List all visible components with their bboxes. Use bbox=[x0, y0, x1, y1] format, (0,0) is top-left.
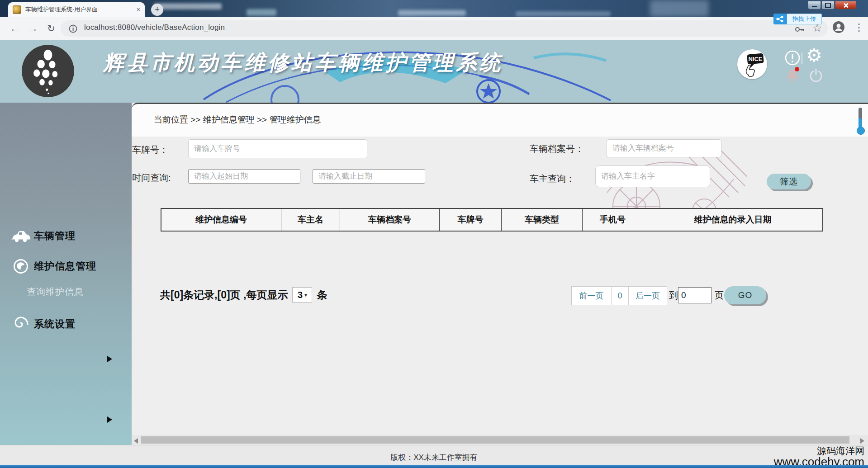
svg-text:NICE: NICE bbox=[748, 56, 762, 62]
tab-close-icon[interactable]: × bbox=[137, 6, 140, 13]
forward-icon[interactable]: → bbox=[26, 22, 40, 35]
column-header: 车辆档案号 bbox=[340, 209, 440, 231]
sidebar-item-maintenance-info[interactable]: 维护信息管理 bbox=[0, 256, 132, 277]
browser-tab[interactable]: 车辆维护管理系统-用户界面 × bbox=[8, 2, 145, 17]
reload-icon[interactable]: ↻ bbox=[44, 22, 58, 35]
screen: 车辆维护管理系统-用户界面 × + ← → ↻ localhost:8080/v… bbox=[0, 0, 868, 468]
plate-number-label: 车牌号： bbox=[132, 144, 168, 156]
vertical-scroll-indicator-ball[interactable] bbox=[857, 127, 865, 135]
scroll-right-icon[interactable] bbox=[860, 438, 864, 444]
globe-icon bbox=[11, 258, 30, 274]
background-window-blur bbox=[154, 3, 222, 9]
sidebar-item-vehicle-management[interactable]: 车辆管理 bbox=[0, 226, 132, 246]
table-header-row: 维护信息编号 车主名 车辆档案号 车牌号 车辆类型 手机号 维护信息的录入日期 bbox=[161, 208, 823, 232]
sidebar-item-label: 维护信息管理 bbox=[34, 260, 96, 273]
app-title: 辉县市机动车维修站车辆维护管理系统 bbox=[103, 49, 503, 77]
archive-number-input[interactable] bbox=[607, 139, 721, 157]
goto-label: 到 bbox=[669, 289, 678, 302]
end-date-input[interactable] bbox=[313, 169, 425, 184]
filter-button[interactable]: 筛选 bbox=[767, 174, 811, 189]
app-header: 辉县市机动车维修站车辆维护管理系统 NICE ⚙ bbox=[0, 40, 868, 103]
owner-query-label: 车主查询： bbox=[530, 173, 575, 185]
power-icon[interactable] bbox=[808, 67, 824, 85]
chevron-down-icon: ▾ bbox=[304, 292, 307, 298]
column-header: 车辆类型 bbox=[502, 209, 583, 231]
background-window-blur bbox=[516, 11, 611, 16]
record-summary: 共[0]条记录,[0]页 ,每页显示 3 ▾ 条 bbox=[160, 287, 327, 303]
chevron-right-icon bbox=[107, 416, 112, 423]
chevron-right-icon bbox=[107, 356, 112, 362]
summary-prefix: 共[0]条记录,[0]页 ,每页显示 bbox=[160, 288, 288, 302]
tab-title: 车辆维护管理系统-用户界面 bbox=[25, 5, 133, 14]
watermark-line1: 源码海洋网 bbox=[774, 446, 864, 456]
copyright-text: 版权：XX未来工作室拥有 bbox=[0, 452, 868, 463]
next-page-link[interactable]: 后一页 bbox=[629, 287, 667, 305]
breadcrumb: 当前位置 >> 维护信息管理 >> 管理维护信息 bbox=[154, 114, 321, 126]
sidebar-subitem-query-maintenance[interactable]: 查询维护信息 bbox=[27, 286, 84, 298]
back-icon[interactable]: ← bbox=[8, 22, 22, 35]
background-window-blur bbox=[398, 10, 466, 16]
horizontal-scrollbar-thumb[interactable] bbox=[141, 436, 849, 444]
netdisk-share-icon bbox=[773, 14, 787, 24]
column-header: 车主名 bbox=[281, 209, 340, 231]
taskbar-sliver bbox=[0, 465, 868, 468]
column-header: 手机号 bbox=[583, 209, 643, 231]
plate-number-input[interactable] bbox=[188, 139, 367, 158]
url-text[interactable]: localhost:8080/vehicle/BaseAction_login bbox=[84, 23, 225, 32]
sidebar: 车辆管理 维护信息管理 查询维护信息 系统设置 bbox=[0, 103, 132, 445]
summary-suffix: 条 bbox=[317, 288, 327, 302]
prev-page-link[interactable]: 前一页 bbox=[572, 287, 612, 305]
time-query-label: 时间查询: bbox=[132, 172, 171, 184]
scroll-left-icon[interactable] bbox=[134, 438, 138, 444]
page-unit-label: 页 bbox=[715, 289, 724, 302]
goto-page-input[interactable] bbox=[678, 287, 711, 303]
drag-upload-label: 拖拽上传 bbox=[787, 14, 822, 24]
tab-favicon-icon bbox=[13, 5, 21, 14]
background-window-blur bbox=[247, 9, 276, 16]
window-maximize-button[interactable] bbox=[821, 1, 835, 9]
pagination-group: 前一页 0 后一页 bbox=[571, 286, 667, 305]
key-icon[interactable] bbox=[794, 24, 805, 37]
column-header: 车牌号 bbox=[440, 209, 502, 231]
sidebar-item-label: 系统设置 bbox=[34, 317, 76, 331]
background-window-blur bbox=[650, 0, 709, 17]
alert-circle-icon[interactable] bbox=[784, 50, 801, 68]
start-date-input[interactable] bbox=[188, 169, 300, 184]
sidebar-item-label: 车辆管理 bbox=[34, 229, 76, 243]
current-page: 0 bbox=[612, 287, 629, 305]
sidebar-item-system-settings[interactable]: 系统设置 bbox=[0, 314, 132, 335]
go-button[interactable]: GO bbox=[724, 286, 766, 304]
column-header: 维护信息编号 bbox=[161, 209, 281, 231]
browser-profile-icon[interactable] bbox=[832, 21, 845, 35]
browser-titlebar: 车辆维护管理系统-用户界面 × + bbox=[0, 0, 868, 17]
app-logo bbox=[21, 44, 75, 99]
column-header: 维护信息的录入日期 bbox=[643, 209, 822, 231]
car-icon bbox=[11, 229, 30, 243]
spiral-icon bbox=[11, 316, 30, 332]
window-minimize-button[interactable] bbox=[808, 1, 821, 9]
notification-bell-icon[interactable] bbox=[785, 66, 801, 85]
browser-menu-icon[interactable]: ⋮ bbox=[854, 22, 864, 33]
user-avatar[interactable]: NICE bbox=[737, 49, 767, 79]
drag-upload-badge[interactable]: 拖拽上传 bbox=[773, 14, 822, 24]
page-info-icon[interactable] bbox=[69, 24, 77, 35]
header-divider bbox=[802, 52, 802, 64]
page-size-select[interactable]: 3 ▾ bbox=[292, 287, 312, 303]
gear-icon[interactable]: ⚙ bbox=[806, 45, 822, 65]
window-close-button[interactable] bbox=[835, 1, 856, 9]
archive-number-label: 车辆档案号： bbox=[530, 143, 584, 155]
owner-name-input[interactable] bbox=[595, 165, 710, 187]
page-size-value: 3 bbox=[298, 290, 303, 300]
footer: 版权：XX未来工作室拥有 bbox=[0, 445, 868, 465]
new-tab-button[interactable]: + bbox=[151, 4, 163, 16]
